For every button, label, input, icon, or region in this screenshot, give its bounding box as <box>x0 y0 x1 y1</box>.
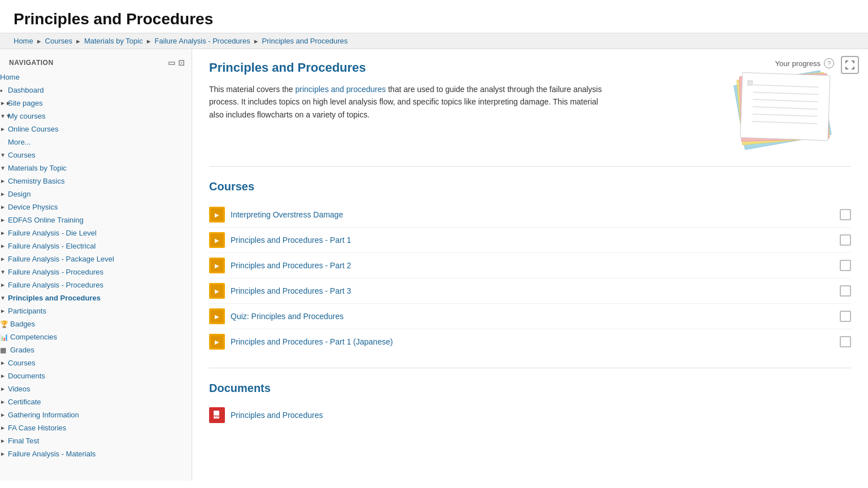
breadcrumb-courses[interactable]: Courses <box>45 37 72 45</box>
sidebar-item-more[interactable]: More... <box>8 137 31 147</box>
sidebar-item-fa-case-histories[interactable]: FA Case Histories <box>8 422 66 433</box>
sidebar-item-dashboard[interactable]: Dashboard <box>8 85 44 95</box>
nav-my-courses[interactable]: ▼ My courses <box>0 110 192 123</box>
course-icon-5 <box>209 308 225 324</box>
nav-arrow-fa-electrical: ► <box>0 243 8 249</box>
sidebar-item-documents[interactable]: Documents <box>8 371 45 381</box>
sidebar-item-courses[interactable]: Courses <box>8 150 35 160</box>
nav-home[interactable]: Home <box>0 71 192 84</box>
sidebar-item-participants[interactable]: Participants <box>8 306 46 316</box>
nav-competencies[interactable]: 📊 Competencies <box>0 330 192 343</box>
nav-arrow-final-test: ► <box>0 438 8 444</box>
nav-videos[interactable]: ► Videos <box>0 382 192 395</box>
nav-design[interactable]: ► Design <box>0 188 192 201</box>
nav-arrow-case-histories: ► <box>0 425 8 431</box>
nav-bullet-dashboard <box>0 87 8 93</box>
sidebar-item-edfas[interactable]: EDFAS Online Training <box>8 215 84 225</box>
sidebar-item-competencies[interactable]: Competencies <box>10 332 57 342</box>
desc-link[interactable]: principles and procedures <box>296 85 386 94</box>
nav-fa-materials[interactable]: ► Failure Analysis - Materials <box>0 447 192 460</box>
sidebar-expand-icon[interactable]: ⊡ <box>178 58 185 67</box>
sidebar-item-fa-package-level[interactable]: Failure Analysis - Package Level <box>8 254 114 264</box>
documents-section: Documents PDF Principles and Procedures <box>209 382 851 426</box>
sidebar-item-courses-sub[interactable]: Courses <box>8 358 35 368</box>
course-checkbox-5 <box>840 311 851 322</box>
nav-courses-sub[interactable]: ► Courses <box>0 356 192 369</box>
sidebar-item-online-courses[interactable]: Online Courses <box>8 124 59 134</box>
sidebar-item-videos[interactable]: Videos <box>8 384 31 394</box>
nav-dashboard[interactable]: Dashboard <box>0 84 192 97</box>
breadcrumb-home[interactable]: Home <box>14 37 33 45</box>
progress-help-icon[interactable]: ? <box>824 58 834 68</box>
course-item-left-5: Quiz: Principles and Procedures <box>209 308 344 324</box>
content-description: This material covers the principles and … <box>209 83 605 121</box>
nav-fa-electrical[interactable]: ► Failure Analysis - Electrical <box>0 239 192 252</box>
sidebar-item-grades[interactable]: Grades <box>10 345 34 355</box>
sidebar-item-principles-procedures[interactable]: Principles and Procedures <box>8 293 101 303</box>
expand-button[interactable] <box>841 56 859 74</box>
nav-fa-procedures[interactable]: ▼ Failure Analysis - Procedures <box>0 265 192 278</box>
doc-icon-1: PDF <box>209 407 225 423</box>
course-icon-1 <box>209 207 225 223</box>
nav-site-pages[interactable]: ► Site pages <box>0 97 192 110</box>
nav-documents[interactable]: ► Documents <box>0 369 192 382</box>
sidebar-header: NAVIGATION ▭ ⊡ <box>0 55 192 71</box>
nav-online-courses[interactable]: ► Online Courses <box>0 123 192 136</box>
sidebar-item-fa-procedures[interactable]: Failure Analysis - Procedures <box>8 267 103 277</box>
nav-certificate[interactable]: ► Certificate <box>0 395 192 408</box>
course-link-1[interactable]: Interpreting Overstress Damage <box>231 210 343 219</box>
sidebar-item-certificate[interactable]: Certificate <box>8 396 41 407</box>
sidebar-item-fa-materials[interactable]: Failure Analysis - Materials <box>8 448 96 459</box>
breadcrumb-current[interactable]: Principles and Procedures <box>262 37 348 45</box>
sidebar-item-badges[interactable]: Badges <box>10 319 35 329</box>
nav-grades[interactable]: ▦ Grades <box>0 343 192 356</box>
nav-final-test[interactable]: ► Final Test <box>0 434 192 447</box>
nav-edfas[interactable]: ► EDFAS Online Training <box>0 213 192 226</box>
sidebar-item-my-courses[interactable]: My courses <box>8 111 45 121</box>
nav-more[interactable]: More... <box>0 136 192 149</box>
sidebar-item-fa-die-level[interactable]: Failure Analysis - Die Level <box>8 228 97 238</box>
sidebar-item-fa-procedures-sub[interactable]: Failure Analysis - Procedures <box>8 280 103 290</box>
course-item-left-6: Principles and Procedures - Part 1 (Japa… <box>209 334 393 350</box>
list-item: Principles and Procedures - Part 3 <box>209 278 851 304</box>
course-icon-6 <box>209 334 225 350</box>
nav-participants[interactable]: ► Participants <box>0 304 192 317</box>
sidebar-item-final-test[interactable]: Final Test <box>8 435 39 446</box>
sidebar-toggle-icons[interactable]: ▭ ⊡ <box>168 58 185 67</box>
sidebar-item-device-physics[interactable]: Device Physics <box>8 202 58 212</box>
sidebar-collapse-icon[interactable]: ▭ <box>168 58 176 67</box>
sidebar-item-gathering-info[interactable]: Gathering Information <box>8 409 79 420</box>
nav-fa-die-level[interactable]: ► Failure Analysis - Die Level <box>0 226 192 239</box>
doc-link-1[interactable]: Principles and Procedures <box>231 411 323 420</box>
sidebar-item-materials-by-topic[interactable]: Materials by Topic <box>8 163 67 173</box>
courses-section: Courses Interpreting Overstress Damage P… <box>209 180 851 354</box>
list-item: PDF Principles and Procedures <box>209 404 851 426</box>
nav-badges[interactable]: 🏆 Badges <box>0 317 192 330</box>
sidebar-item-chemistry[interactable]: Chemistry Basics <box>8 176 64 186</box>
nav-arrow-fa-materials: ► <box>0 451 8 457</box>
nav-chemistry[interactable]: ► Chemistry Basics <box>0 175 192 188</box>
nav-materials-by-topic[interactable]: ▼ Materials by Topic <box>0 162 192 175</box>
list-item: Interpreting Overstress Damage <box>209 202 851 228</box>
nav-device-physics[interactable]: ► Device Physics <box>0 201 192 213</box>
course-link-4[interactable]: Principles and Procedures - Part 3 <box>231 286 351 295</box>
nav-fa-procedures-sub[interactable]: ► Failure Analysis - Procedures <box>0 278 192 291</box>
breadcrumb-fa-procedures[interactable]: Failure Analysis - Procedures <box>155 37 250 45</box>
nav-fa-package-level[interactable]: ► Failure Analysis - Package Level <box>0 252 192 265</box>
nav-fa-case-histories[interactable]: ► FA Case Histories <box>0 421 192 434</box>
nav-principles-procedures[interactable]: ▼ Principles and Procedures <box>0 291 192 304</box>
course-icon-4 <box>209 283 225 299</box>
sidebar-item-home[interactable]: Home <box>0 72 192 82</box>
nav-arrow-chemistry: ► <box>0 178 8 184</box>
course-link-5[interactable]: Quiz: Principles and Procedures <box>231 312 344 321</box>
sidebar-item-design[interactable]: Design <box>8 189 31 199</box>
svg-rect-10 <box>748 81 752 85</box>
nav-courses[interactable]: ▼ Courses <box>0 149 192 162</box>
sidebar-item-fa-electrical[interactable]: Failure Analysis - Electrical <box>8 241 96 251</box>
sidebar-item-site-pages[interactable]: Site pages <box>8 98 42 108</box>
course-link-2[interactable]: Principles and Procedures - Part 1 <box>231 236 351 245</box>
breadcrumb-materials-by-topic[interactable]: Materials by Topic <box>84 37 143 45</box>
nav-gathering-info[interactable]: ► Gathering Information <box>0 408 192 421</box>
course-link-3[interactable]: Principles and Procedures - Part 2 <box>231 261 351 270</box>
course-link-6[interactable]: Principles and Procedures - Part 1 (Japa… <box>231 337 393 346</box>
